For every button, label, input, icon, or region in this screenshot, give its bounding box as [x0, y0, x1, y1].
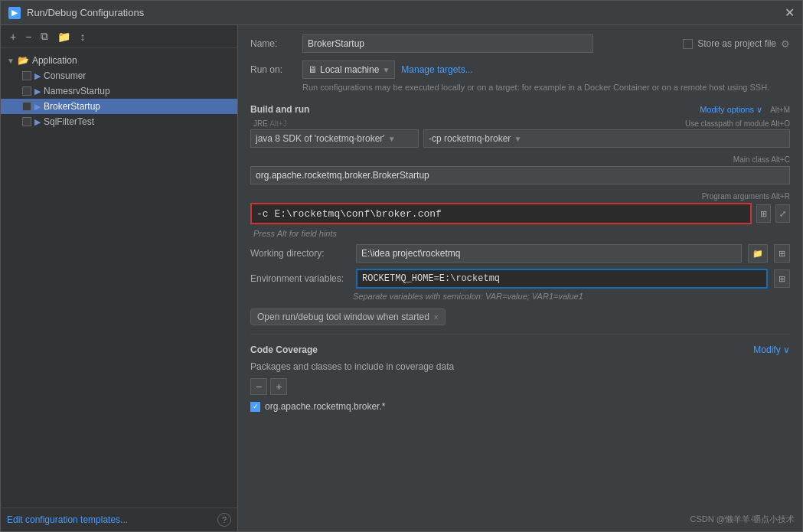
debug-tool-label: Open run/debug tool window when started: [257, 312, 429, 322]
local-machine-icon: 🖥: [308, 64, 317, 75]
mainclass-hint: Main class Alt+C: [733, 155, 790, 164]
sort-config-button[interactable]: ↕: [77, 29, 88, 44]
coverage-modify-link[interactable]: Modify ∨: [753, 344, 790, 355]
jre-hint: JRE Alt+J: [253, 119, 287, 128]
args-row: ⊞ ⤢: [250, 203, 790, 224]
run-on-value: Local machine: [320, 64, 379, 75]
coverage-header: Code Coverage Modify ∨: [250, 335, 790, 355]
sidebar-toolbar: + − ⧉ 📁 ↕: [1, 25, 237, 48]
sidebar-item-brokerstartup[interactable]: ▶ BrokerStartup: [1, 99, 237, 114]
sidebar-item-sqlfiltertest[interactable]: ▶ SqlFilterTest: [1, 114, 237, 129]
use-classpath-hint: Use classpath of module Alt+O: [685, 119, 790, 128]
working-dir-label: Working directory:: [250, 248, 350, 259]
sdk-select[interactable]: java 8 SDK of 'rocketmq-broker' ▼: [250, 129, 419, 148]
title-bar: ▶ Run/Debug Configurations ✕: [1, 1, 802, 25]
sdk-value: java 8 SDK of 'rocketmq-broker': [256, 133, 385, 144]
run-on-select[interactable]: 🖥 Local machine ▼: [302, 60, 395, 79]
dialog-title: Run/Debug Configurations: [27, 7, 144, 18]
prog-args-hint: Program arguments Alt+R: [702, 192, 790, 201]
name-input[interactable]: [302, 34, 593, 53]
args-fullscreen-button[interactable]: ⤢: [775, 204, 790, 223]
right-panel-wrap: Name: Store as project file ⚙ Run on: 🖥 …: [238, 25, 802, 531]
coverage-plus-button[interactable]: +: [270, 378, 287, 395]
cov-item-label: org.apache.rocketmq.broker.*: [265, 401, 385, 412]
debug-tool-row: Open run/debug tool window when started …: [250, 308, 790, 325]
coverage-desc: Packages and classes to include in cover…: [250, 361, 790, 372]
sqlfilter-checkbox[interactable]: [22, 117, 31, 126]
application-group: ▼ 📂 Application ▶ Consumer ▶ NamesrvStar…: [1, 51, 237, 131]
coverage-item: ✓ org.apache.rocketmq.broker.*: [250, 400, 790, 413]
env-hint: Separate variables with semicolon: VAR=v…: [353, 292, 790, 301]
namesrv-label: NamesrvStartup: [44, 86, 110, 96]
broker-label: BrokerStartup: [44, 101, 100, 112]
run-on-row: Run on: 🖥 Local machine ▼ Manage targets…: [250, 60, 790, 79]
sidebar-item-consumer[interactable]: ▶ Consumer: [1, 68, 237, 83]
mainclass-row: [250, 166, 790, 184]
run-on-dropdown-arrow: ▼: [382, 66, 390, 74]
browse-dir-button[interactable]: 📁: [748, 244, 768, 263]
store-label: Store as project file: [697, 38, 776, 49]
copy-config-button[interactable]: ⧉: [38, 28, 51, 44]
manage-targets-link[interactable]: Manage targets...: [401, 64, 472, 75]
title-bar-left: ▶ Run/Debug Configurations: [8, 7, 144, 19]
cov-item-checkbox[interactable]: ✓: [250, 402, 260, 412]
add-config-button[interactable]: +: [7, 29, 19, 44]
close-button[interactable]: ✕: [785, 5, 795, 20]
run-on-label: Run on:: [250, 64, 296, 75]
run-icon: ▶: [8, 7, 21, 19]
group-expand-arrow: ▼: [7, 57, 15, 65]
folder-config-button[interactable]: 📁: [54, 29, 73, 44]
consumer-checkbox[interactable]: [22, 71, 31, 80]
run-debug-dialog: ▶ Run/Debug Configurations ✕ + − ⧉ 📁 ↕ ▼…: [0, 0, 803, 532]
store-project-row: Store as project file ⚙: [683, 38, 790, 50]
application-folder-icon: 📂: [18, 55, 29, 66]
application-group-label: Application: [32, 55, 77, 66]
application-group-header[interactable]: ▼ 📂 Application: [1, 53, 237, 68]
namesrv-run-icon: ▶: [34, 86, 41, 96]
working-dir-row: Working directory: 📁 ⊞: [250, 244, 790, 263]
build-run-title: Build and run: [250, 104, 309, 115]
env-vars-input[interactable]: [356, 269, 768, 289]
press-alt-hint: Press Alt for field hints: [253, 229, 790, 238]
copy-dir-button[interactable]: ⊞: [774, 244, 790, 263]
broker-run-icon: ▶: [34, 102, 41, 112]
modify-options-link[interactable]: Modify options ∨: [700, 105, 762, 115]
sqlfilter-label: SqlFilterTest: [44, 116, 94, 127]
name-label: Name:: [250, 38, 296, 49]
sidebar-item-namesrv[interactable]: ▶ NamesrvStartup: [1, 83, 237, 99]
mainclass-input[interactable]: [250, 166, 790, 184]
sidebar: + − ⧉ 📁 ↕ ▼ 📂 Application ▶ Consumer: [1, 25, 238, 531]
sdk-dropdown-arrow: ▼: [388, 135, 396, 143]
edit-templates-link[interactable]: Edit configuration templates...: [7, 514, 128, 525]
env-vars-row: Environment variables: ⊞: [250, 269, 790, 289]
sqlfilter-run-icon: ▶: [34, 117, 41, 127]
consumer-label: Consumer: [44, 70, 86, 81]
consumer-run-icon: ▶: [34, 71, 41, 81]
right-panel: Name: Store as project file ⚙ Run on: 🖥 …: [238, 25, 802, 423]
cp-select[interactable]: -cp rocketmq-broker ▼: [423, 129, 790, 148]
settings-icon[interactable]: ⚙: [781, 38, 790, 50]
broker-checkbox[interactable]: [22, 102, 31, 111]
build-run-section-header: Build and run Modify options ∨ Alt+M: [250, 104, 790, 115]
content-area: + − ⧉ 📁 ↕ ▼ 📂 Application ▶ Consumer: [1, 25, 802, 531]
name-left: Name:: [250, 34, 668, 53]
help-button[interactable]: ?: [217, 513, 231, 527]
debug-tool-close[interactable]: ×: [434, 313, 439, 321]
build-row: java 8 SDK of 'rocketmq-broker' ▼ -cp ro…: [250, 129, 790, 148]
modify-shortcut: Alt+M: [770, 106, 790, 114]
config-tree: ▼ 📂 Application ▶ Consumer ▶ NamesrvStar…: [1, 48, 237, 508]
coverage-toolbar: − +: [250, 378, 790, 395]
env-edit-button[interactable]: ⊞: [774, 269, 790, 288]
args-expand-button[interactable]: ⊞: [756, 204, 771, 223]
cp-value: -cp rocketmq-broker: [429, 133, 511, 144]
coverage-title: Code Coverage: [250, 344, 318, 355]
store-checkbox[interactable]: [683, 39, 693, 49]
program-args-input[interactable]: [250, 203, 752, 224]
coverage-minus-button[interactable]: −: [250, 378, 267, 395]
namesrv-checkbox[interactable]: [22, 86, 31, 96]
env-vars-label: Environment variables:: [250, 273, 350, 284]
cp-dropdown-arrow: ▼: [514, 135, 521, 143]
watermark: CSDN @懒羊羊·嚼点小技术: [690, 514, 795, 525]
working-dir-input[interactable]: [356, 244, 742, 263]
remove-config-button[interactable]: −: [22, 29, 34, 44]
